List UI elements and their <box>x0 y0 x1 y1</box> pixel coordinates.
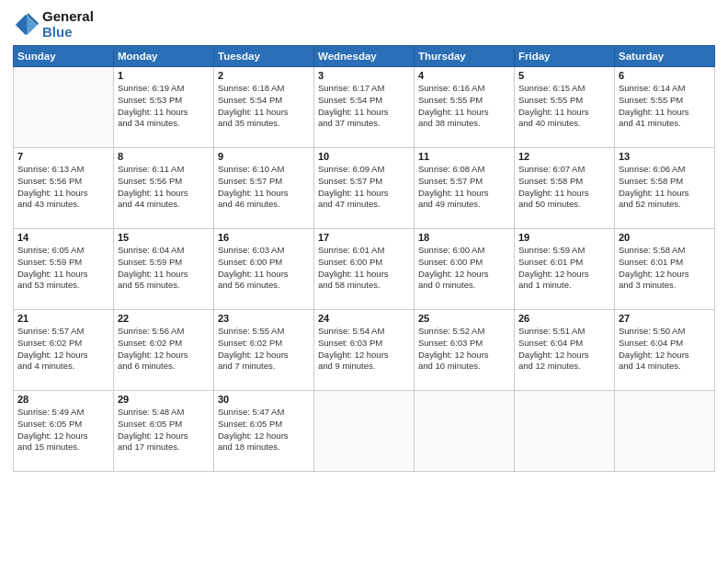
calendar-cell: 16Sunrise: 6:03 AM Sunset: 6:00 PM Dayli… <box>214 229 314 310</box>
day-info: Sunrise: 6:14 AM Sunset: 5:55 PM Dayligh… <box>619 83 711 130</box>
day-info: Sunrise: 6:01 AM Sunset: 6:00 PM Dayligh… <box>318 245 410 292</box>
day-info: Sunrise: 6:17 AM Sunset: 5:54 PM Dayligh… <box>318 83 410 130</box>
day-info: Sunrise: 6:13 AM Sunset: 5:56 PM Dayligh… <box>17 164 109 211</box>
day-info: Sunrise: 5:51 AM Sunset: 6:04 PM Dayligh… <box>518 326 610 373</box>
day-number: 3 <box>318 70 410 81</box>
day-number: 17 <box>318 232 410 243</box>
calendar-cell: 29Sunrise: 5:48 AM Sunset: 6:05 PM Dayli… <box>114 391 214 472</box>
day-number: 11 <box>418 151 510 162</box>
day-number: 18 <box>418 232 510 243</box>
week-row-3: 21Sunrise: 5:57 AM Sunset: 6:02 PM Dayli… <box>14 310 715 391</box>
day-info: Sunrise: 5:56 AM Sunset: 6:02 PM Dayligh… <box>118 326 210 373</box>
day-info: Sunrise: 5:48 AM Sunset: 6:05 PM Dayligh… <box>118 407 210 454</box>
col-header-thursday: Thursday <box>415 46 515 67</box>
calendar-cell: 9Sunrise: 6:10 AM Sunset: 5:57 PM Daylig… <box>214 148 314 229</box>
calendar-cell <box>415 391 515 472</box>
day-info: Sunrise: 6:15 AM Sunset: 5:55 PM Dayligh… <box>518 83 610 130</box>
day-info: Sunrise: 6:09 AM Sunset: 5:57 PM Dayligh… <box>318 164 410 211</box>
week-row-2: 14Sunrise: 6:05 AM Sunset: 5:59 PM Dayli… <box>14 229 715 310</box>
day-number: 28 <box>17 394 109 405</box>
calendar-cell: 11Sunrise: 6:08 AM Sunset: 5:57 PM Dayli… <box>415 148 515 229</box>
calendar-cell: 5Sunrise: 6:15 AM Sunset: 5:55 PM Daylig… <box>515 67 615 148</box>
logo-text: General Blue <box>42 9 94 40</box>
day-number: 23 <box>218 313 310 324</box>
calendar-cell <box>14 67 114 148</box>
col-header-tuesday: Tuesday <box>214 46 314 67</box>
calendar-table: SundayMondayTuesdayWednesdayThursdayFrid… <box>13 45 715 472</box>
calendar-cell: 25Sunrise: 5:52 AM Sunset: 6:03 PM Dayli… <box>415 310 515 391</box>
col-header-sunday: Sunday <box>14 46 114 67</box>
day-number: 29 <box>118 394 210 405</box>
day-info: Sunrise: 6:08 AM Sunset: 5:57 PM Dayligh… <box>418 164 510 211</box>
day-info: Sunrise: 5:47 AM Sunset: 6:05 PM Dayligh… <box>218 407 310 454</box>
calendar-cell: 27Sunrise: 5:50 AM Sunset: 6:04 PM Dayli… <box>615 310 715 391</box>
calendar-cell <box>314 391 415 472</box>
col-header-friday: Friday <box>515 46 615 67</box>
day-number: 12 <box>518 151 610 162</box>
calendar-cell: 22Sunrise: 5:56 AM Sunset: 6:02 PM Dayli… <box>114 310 214 391</box>
day-number: 4 <box>418 70 510 81</box>
day-number: 5 <box>518 70 610 81</box>
calendar-cell: 19Sunrise: 5:59 AM Sunset: 6:01 PM Dayli… <box>515 229 615 310</box>
day-info: Sunrise: 6:07 AM Sunset: 5:58 PM Dayligh… <box>518 164 610 211</box>
week-row-0: 1Sunrise: 6:19 AM Sunset: 5:53 PM Daylig… <box>14 67 715 148</box>
day-number: 21 <box>17 313 109 324</box>
logo-area: General Blue <box>13 9 94 40</box>
calendar-cell: 1Sunrise: 6:19 AM Sunset: 5:53 PM Daylig… <box>114 67 214 148</box>
calendar-cell: 14Sunrise: 6:05 AM Sunset: 5:59 PM Dayli… <box>14 229 114 310</box>
day-info: Sunrise: 6:05 AM Sunset: 5:59 PM Dayligh… <box>17 245 109 292</box>
day-number: 16 <box>218 232 310 243</box>
week-row-4: 28Sunrise: 5:49 AM Sunset: 6:05 PM Dayli… <box>14 391 715 472</box>
calendar-cell <box>615 391 715 472</box>
day-number: 6 <box>619 70 711 81</box>
calendar-cell: 28Sunrise: 5:49 AM Sunset: 6:05 PM Dayli… <box>14 391 114 472</box>
calendar-cell: 12Sunrise: 6:07 AM Sunset: 5:58 PM Dayli… <box>515 148 615 229</box>
calendar-cell: 3Sunrise: 6:17 AM Sunset: 5:54 PM Daylig… <box>314 67 415 148</box>
day-info: Sunrise: 5:52 AM Sunset: 6:03 PM Dayligh… <box>418 326 510 373</box>
day-info: Sunrise: 6:03 AM Sunset: 6:00 PM Dayligh… <box>218 245 310 292</box>
page: General Blue SundayMondayTuesdayWednesda… <box>0 0 728 563</box>
day-number: 14 <box>17 232 109 243</box>
day-number: 22 <box>118 313 210 324</box>
day-number: 7 <box>17 151 109 162</box>
day-info: Sunrise: 5:49 AM Sunset: 6:05 PM Dayligh… <box>17 407 109 454</box>
day-info: Sunrise: 5:59 AM Sunset: 6:01 PM Dayligh… <box>518 245 610 292</box>
calendar-cell: 7Sunrise: 6:13 AM Sunset: 5:56 PM Daylig… <box>14 148 114 229</box>
day-number: 9 <box>218 151 310 162</box>
col-header-monday: Monday <box>114 46 214 67</box>
day-number: 2 <box>218 70 310 81</box>
day-info: Sunrise: 6:06 AM Sunset: 5:58 PM Dayligh… <box>619 164 711 211</box>
day-info: Sunrise: 5:50 AM Sunset: 6:04 PM Dayligh… <box>619 326 711 373</box>
day-number: 27 <box>619 313 711 324</box>
header: General Blue <box>13 9 715 40</box>
day-info: Sunrise: 5:55 AM Sunset: 6:02 PM Dayligh… <box>218 326 310 373</box>
week-row-1: 7Sunrise: 6:13 AM Sunset: 5:56 PM Daylig… <box>14 148 715 229</box>
day-number: 1 <box>118 70 210 81</box>
calendar-cell: 18Sunrise: 6:00 AM Sunset: 6:00 PM Dayli… <box>415 229 515 310</box>
day-info: Sunrise: 6:11 AM Sunset: 5:56 PM Dayligh… <box>118 164 210 211</box>
col-header-saturday: Saturday <box>615 46 715 67</box>
calendar-cell <box>515 391 615 472</box>
day-number: 26 <box>518 313 610 324</box>
day-number: 8 <box>118 151 210 162</box>
calendar-cell: 15Sunrise: 6:04 AM Sunset: 5:59 PM Dayli… <box>114 229 214 310</box>
calendar-cell: 4Sunrise: 6:16 AM Sunset: 5:55 PM Daylig… <box>415 67 515 148</box>
day-info: Sunrise: 6:00 AM Sunset: 6:00 PM Dayligh… <box>418 245 510 292</box>
calendar-cell: 24Sunrise: 5:54 AM Sunset: 6:03 PM Dayli… <box>314 310 415 391</box>
calendar-cell: 8Sunrise: 6:11 AM Sunset: 5:56 PM Daylig… <box>114 148 214 229</box>
col-header-wednesday: Wednesday <box>314 46 415 67</box>
calendar-cell: 23Sunrise: 5:55 AM Sunset: 6:02 PM Dayli… <box>214 310 314 391</box>
calendar-cell: 10Sunrise: 6:09 AM Sunset: 5:57 PM Dayli… <box>314 148 415 229</box>
day-number: 25 <box>418 313 510 324</box>
day-number: 20 <box>619 232 711 243</box>
day-number: 19 <box>518 232 610 243</box>
calendar-header-row: SundayMondayTuesdayWednesdayThursdayFrid… <box>14 46 715 67</box>
day-info: Sunrise: 6:04 AM Sunset: 5:59 PM Dayligh… <box>118 245 210 292</box>
calendar-cell: 6Sunrise: 6:14 AM Sunset: 5:55 PM Daylig… <box>615 67 715 148</box>
calendar-cell: 26Sunrise: 5:51 AM Sunset: 6:04 PM Dayli… <box>515 310 615 391</box>
day-info: Sunrise: 5:57 AM Sunset: 6:02 PM Dayligh… <box>17 326 109 373</box>
day-number: 13 <box>619 151 711 162</box>
day-info: Sunrise: 6:16 AM Sunset: 5:55 PM Dayligh… <box>418 83 510 130</box>
calendar-cell: 21Sunrise: 5:57 AM Sunset: 6:02 PM Dayli… <box>14 310 114 391</box>
day-number: 30 <box>218 394 310 405</box>
